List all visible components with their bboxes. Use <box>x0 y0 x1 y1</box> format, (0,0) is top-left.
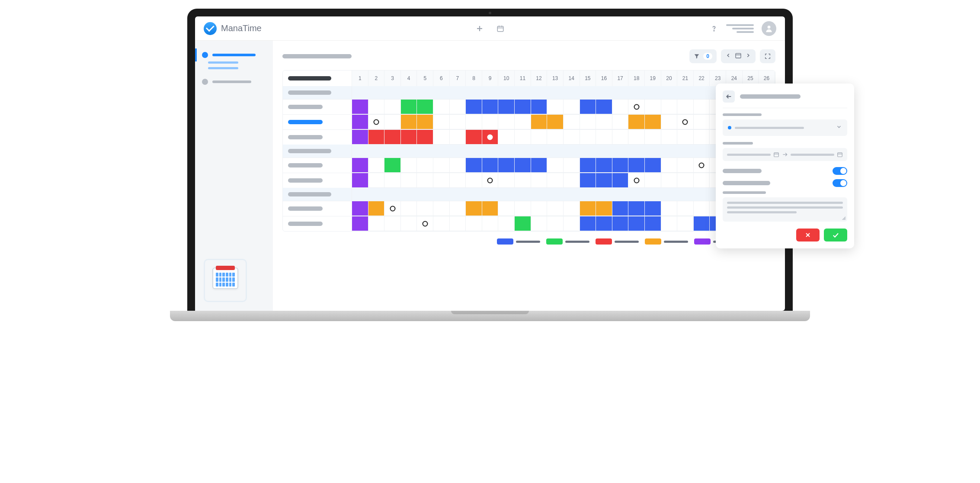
schedule-row[interactable] <box>283 201 775 216</box>
schedule-cell[interactable] <box>352 173 368 188</box>
schedule-cell[interactable] <box>677 158 694 173</box>
end-date[interactable] <box>791 154 834 156</box>
schedule-cell[interactable] <box>352 201 368 216</box>
schedule-cell[interactable] <box>450 201 466 216</box>
schedule-cell[interactable] <box>596 201 612 216</box>
schedule-cell[interactable] <box>368 100 385 114</box>
schedule-cell[interactable] <box>580 158 596 173</box>
toggle-1[interactable] <box>833 167 847 175</box>
schedule-cell[interactable] <box>482 115 499 129</box>
schedule-cell[interactable] <box>661 100 678 114</box>
schedule-cell[interactable] <box>645 173 661 188</box>
schedule-cell[interactable] <box>368 173 385 188</box>
schedule-cell[interactable] <box>645 130 661 145</box>
schedule-cell[interactable] <box>482 158 499 173</box>
calendar-button[interactable] <box>496 25 504 32</box>
schedule-cell[interactable] <box>596 115 612 129</box>
next-button[interactable] <box>745 52 751 60</box>
add-button[interactable] <box>476 25 484 32</box>
schedule-cell[interactable] <box>368 216 385 231</box>
schedule-cell[interactable] <box>661 130 678 145</box>
schedule-cell[interactable] <box>677 130 694 145</box>
schedule-cell[interactable] <box>417 216 433 231</box>
fullscreen-button[interactable] <box>760 49 775 63</box>
schedule-cell[interactable] <box>645 100 661 114</box>
schedule-cell[interactable] <box>694 158 710 173</box>
schedule-cell[interactable] <box>580 216 596 231</box>
schedule-cell[interactable] <box>661 173 678 188</box>
filter-button[interactable]: 0 <box>689 49 717 63</box>
schedule-cell[interactable] <box>628 216 645 231</box>
sidebar-item-2[interactable] <box>195 75 273 88</box>
schedule-cell[interactable] <box>564 216 580 231</box>
schedule-row[interactable] <box>283 173 775 188</box>
schedule-cell[interactable] <box>466 201 482 216</box>
schedule-cell[interactable] <box>661 216 678 231</box>
schedule-cell[interactable] <box>466 216 482 231</box>
schedule-cell[interactable] <box>547 100 564 114</box>
schedule-cell[interactable] <box>482 201 499 216</box>
schedule-cell[interactable] <box>466 130 482 145</box>
schedule-cell[interactable] <box>466 115 482 129</box>
schedule-cell[interactable] <box>482 100 499 114</box>
schedule-cell[interactable] <box>580 115 596 129</box>
schedule-cell[interactable] <box>498 158 515 173</box>
type-select[interactable] <box>723 119 847 136</box>
sidebar-sublink[interactable] <box>208 61 238 64</box>
schedule-cell[interactable] <box>384 115 401 129</box>
schedule-cell[interactable] <box>677 216 694 231</box>
schedule-cell[interactable] <box>580 130 596 145</box>
schedule-cell[interactable] <box>417 158 433 173</box>
schedule-cell[interactable] <box>352 158 368 173</box>
toggle-2[interactable] <box>833 179 847 187</box>
schedule-cell[interactable] <box>482 173 499 188</box>
schedule-cell[interactable] <box>694 115 710 129</box>
notes-textarea[interactable] <box>723 197 847 222</box>
schedule-cell[interactable] <box>401 201 417 216</box>
schedule-cell[interactable] <box>498 100 515 114</box>
schedule-cell[interactable] <box>580 173 596 188</box>
schedule-cell[interactable] <box>547 201 564 216</box>
schedule-cell[interactable] <box>547 158 564 173</box>
schedule-cell[interactable] <box>417 173 433 188</box>
schedule-cell[interactable] <box>433 158 450 173</box>
schedule-cell[interactable] <box>628 115 645 129</box>
schedule-cell[interactable] <box>450 100 466 114</box>
schedule-cell[interactable] <box>596 100 612 114</box>
schedule-cell[interactable] <box>645 158 661 173</box>
schedule-cell[interactable] <box>612 115 629 129</box>
schedule-cell[interactable] <box>580 201 596 216</box>
schedule-cell[interactable] <box>466 158 482 173</box>
schedule-cell[interactable] <box>564 115 580 129</box>
schedule-cell[interactable] <box>596 130 612 145</box>
schedule-cell[interactable] <box>384 173 401 188</box>
schedule-cell[interactable] <box>401 173 417 188</box>
schedule-cell[interactable] <box>628 130 645 145</box>
schedule-row[interactable] <box>283 216 775 231</box>
schedule-cell[interactable] <box>450 158 466 173</box>
schedule-cell[interactable] <box>352 115 368 129</box>
schedule-cell[interactable] <box>612 173 629 188</box>
schedule-cell[interactable] <box>677 100 694 114</box>
date-range-input[interactable] <box>723 148 847 161</box>
schedule-cell[interactable] <box>677 201 694 216</box>
schedule-cell[interactable] <box>547 130 564 145</box>
schedule-cell[interactable] <box>401 158 417 173</box>
schedule-cell[interactable] <box>515 158 531 173</box>
schedule-cell[interactable] <box>628 201 645 216</box>
schedule-cell[interactable] <box>677 173 694 188</box>
schedule-cell[interactable] <box>612 130 629 145</box>
schedule-cell[interactable] <box>450 130 466 145</box>
schedule-cell[interactable] <box>694 201 710 216</box>
schedule-cell[interactable] <box>498 216 515 231</box>
schedule-cell[interactable] <box>612 201 629 216</box>
schedule-cell[interactable] <box>531 130 548 145</box>
schedule-cell[interactable] <box>433 130 450 145</box>
schedule-cell[interactable] <box>368 201 385 216</box>
schedule-cell[interactable] <box>677 115 694 129</box>
schedule-cell[interactable] <box>498 201 515 216</box>
schedule-cell[interactable] <box>612 158 629 173</box>
schedule-cell[interactable] <box>482 130 499 145</box>
schedule-cell[interactable] <box>417 100 433 114</box>
schedule-cell[interactable] <box>384 201 401 216</box>
